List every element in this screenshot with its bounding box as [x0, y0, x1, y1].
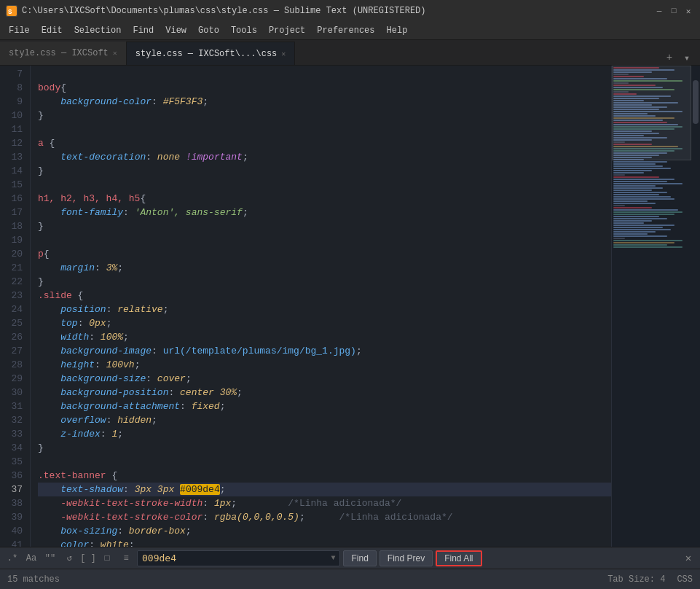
menu-find[interactable]: Find [127, 22, 160, 40]
code-line-24: position: relative; [38, 303, 611, 316]
wrap-toggle[interactable]: ↺ [61, 550, 77, 566]
status-syntax[interactable]: CSS [677, 574, 693, 585]
find-button[interactable]: Find [343, 550, 376, 566]
insel-toggle[interactable]: [ ] [80, 550, 96, 566]
status-matches: 15 matches [7, 574, 607, 585]
code-line-35 [38, 455, 611, 469]
line-num-10: 10 [0, 109, 23, 122]
find-all-button[interactable]: Find All [436, 550, 481, 566]
code-line-19 [38, 233, 611, 247]
tab-1-close[interactable]: ✕ [113, 49, 117, 58]
code-line-20: p{ [38, 247, 611, 261]
status-tab-size[interactable]: Tab Size: 4 [607, 574, 665, 585]
code-line-40: box-sizing: border-box; [38, 524, 611, 538]
minimap-viewport [612, 66, 691, 160]
code-line-28: height: 100vh; [38, 358, 611, 372]
tab-controls: + ▾ [656, 50, 700, 65]
status-bar: 15 matches Tab Size: 4 CSS [0, 569, 700, 589]
line-num-33: 33 [0, 427, 23, 441]
code-line-21: margin: 3%; [38, 261, 611, 275]
line-num-25: 25 [0, 316, 23, 330]
code-line-11 [38, 122, 611, 136]
line-num-31: 31 [0, 399, 23, 413]
menu-project[interactable]: Project [263, 22, 311, 40]
highlight-toggle[interactable]: □ [99, 550, 115, 566]
menu-file[interactable]: File [3, 22, 36, 40]
code-line-15 [38, 178, 611, 192]
menu-help[interactable]: Help [381, 22, 414, 40]
line-num-8: 8 [0, 81, 23, 95]
line-num-13: 13 [0, 150, 23, 164]
tab-2-label: style.css — IXCSoft\...\css [135, 49, 277, 59]
code-line-10: } [38, 109, 611, 122]
code-line-30: background-position: center 30%; [38, 386, 611, 399]
maximize-button[interactable]: □ [668, 5, 680, 17]
find-prev-button[interactable]: Find Prev [380, 550, 433, 566]
code-area[interactable]: body{ background-color: #F5F3F3; } a { t… [31, 66, 611, 547]
line-num-11: 11 [0, 122, 23, 136]
code-line-26: width: 100%; [38, 330, 611, 344]
line-num-14: 14 [0, 164, 23, 178]
menu-tools[interactable]: Tools [225, 22, 263, 40]
title-bar: S C:\Users\IXCSoft\Documents\plumas\css\… [0, 0, 700, 22]
find-input-wrap: ▼ [137, 550, 340, 566]
code-line-34: } [38, 441, 611, 455]
line-numbers: 7 8 9 10 11 12 13 14 15 16 17 18 19 20 2… [0, 66, 31, 547]
line-num-26: 26 [0, 330, 23, 344]
scroll-thumb[interactable] [693, 80, 699, 124]
line-num-17: 17 [0, 206, 23, 219]
find-input[interactable] [142, 553, 328, 563]
line-num-38: 38 [0, 496, 23, 510]
code-line-12: a { [38, 136, 611, 150]
tab-2[interactable]: style.css — IXCSoft\...\css ✕ [127, 42, 295, 65]
code-line-27: background-image: url(/template/plumas/i… [38, 344, 611, 358]
code-line-9: background-color: #F5F3F3; [38, 95, 611, 109]
case-toggle[interactable]: Aa [23, 550, 39, 566]
find-close-button[interactable]: ✕ [681, 551, 696, 566]
menu-selection[interactable]: Selection [68, 22, 127, 40]
code-line-29: background-size: cover; [38, 372, 611, 386]
context-toggle[interactable]: ≡ [118, 550, 134, 566]
line-num-34: 34 [0, 441, 23, 455]
regex-toggle[interactable]: .* [4, 550, 20, 566]
tab-2-close[interactable]: ✕ [281, 50, 286, 58]
line-num-24: 24 [0, 303, 23, 316]
vertical-scrollbar[interactable] [691, 66, 700, 547]
code-line-37: text-shadow: 3px 3px #009de4; [38, 483, 611, 496]
code-line-18: } [38, 219, 611, 233]
find-dropdown-button[interactable]: ▼ [331, 554, 335, 562]
code-line-38: -webkit-text-stroke-width: 1px; /*Linha … [38, 496, 611, 510]
line-num-22: 22 [0, 275, 23, 289]
close-button[interactable]: ✕ [683, 5, 694, 17]
menu-view[interactable]: View [160, 22, 192, 40]
line-num-39: 39 [0, 510, 23, 524]
tab-1[interactable]: style.css — IXCSoft ✕ [0, 42, 127, 65]
word-toggle[interactable]: "" [42, 550, 58, 566]
line-num-27: 27 [0, 344, 23, 358]
line-num-32: 32 [0, 413, 23, 427]
minimap [611, 66, 691, 547]
line-num-20: 20 [0, 247, 23, 261]
code-line-7 [38, 67, 611, 81]
menu-preferences[interactable]: Preferences [311, 22, 380, 40]
line-num-28: 28 [0, 358, 23, 372]
line-num-40: 40 [0, 524, 23, 538]
code-line-25: top: 0px; [38, 316, 611, 330]
minimize-button[interactable]: — [653, 5, 665, 17]
line-num-29: 29 [0, 372, 23, 386]
code-line-16: h1, h2, h3, h4, h5{ [38, 192, 611, 206]
code-line-22: } [38, 275, 611, 289]
line-num-19: 19 [0, 233, 23, 247]
code-line-41: color: white; [38, 538, 611, 547]
line-num-30: 30 [0, 386, 23, 399]
code-line-23: .slide { [38, 289, 611, 303]
tab-1-label: style.css — IXCSoft [9, 48, 109, 58]
svg-text:S: S [8, 9, 12, 16]
editor-container: 7 8 9 10 11 12 13 14 15 16 17 18 19 20 2… [0, 66, 700, 547]
line-num-35: 35 [0, 455, 23, 469]
tabs-dropdown-button[interactable]: ▾ [680, 50, 694, 65]
menu-edit[interactable]: Edit [36, 22, 68, 40]
menu-goto[interactable]: Goto [192, 22, 225, 40]
line-num-21: 21 [0, 261, 23, 275]
new-tab-button[interactable]: + [662, 50, 677, 65]
